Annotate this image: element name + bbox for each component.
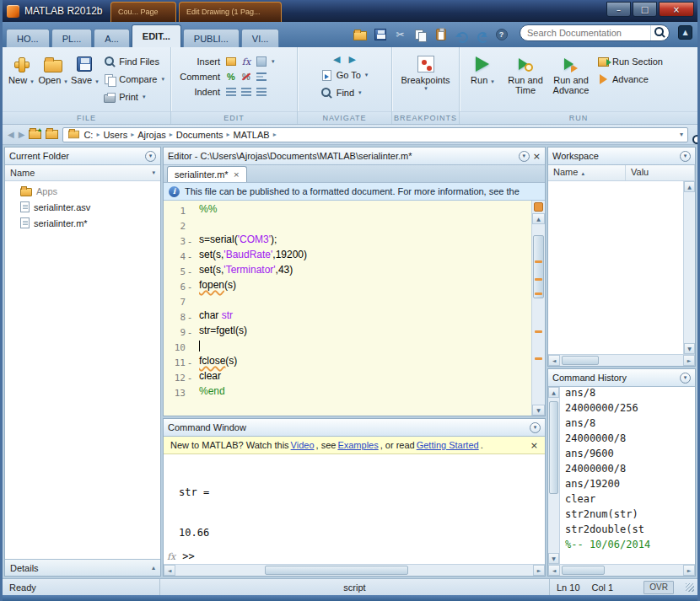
history-item[interactable]: ans/9600 [565,448,695,463]
warning-mark[interactable] [535,292,542,295]
back-navigate-icon[interactable]: ◀ [333,54,340,65]
column-options-icon[interactable]: ▾ [152,169,155,176]
examples-link[interactable]: Examples [337,440,378,450]
wrap-comments-button[interactable] [256,71,267,83]
history-vertical-scrollbar[interactable]: ▲ ▼ [548,387,560,564]
editor-tab[interactable]: serialinter.m* × [167,166,247,182]
cw-scroll-thumb[interactable] [265,566,408,575]
undo-button[interactable] [453,27,469,43]
history-item[interactable]: str2num(str) [565,508,695,523]
scroll-right-icon[interactable]: ► [533,565,545,576]
ribbon-tab-home[interactable]: HO... [6,29,50,47]
history-item[interactable]: str2double(st [565,523,695,539]
open-button[interactable]: Open ▾ [38,51,68,111]
panel-menu-icon[interactable]: ▾ [145,151,156,162]
new-button[interactable]: New ▾ [6,51,36,111]
ribbon-tab-plots[interactable]: PL... [51,29,93,47]
uncomment-button[interactable]: % [240,71,252,83]
advance-button[interactable]: Advance [595,72,665,87]
run-button[interactable]: Run ▾ [463,51,502,111]
breadcrumb-segment[interactable]: Users [103,130,127,140]
background-window-tab[interactable]: Edit Drawing (1 Pag... [179,2,282,22]
history-horizontal-scrollbar[interactable]: ◄ ► [548,564,695,576]
scroll-left-icon[interactable]: ◄ [548,565,560,576]
forward-navigate-icon[interactable]: ▶ [348,54,355,65]
run-section-button[interactable]: Run Section [595,54,665,69]
back-button[interactable]: ◀ [8,130,14,139]
cw-output[interactable]: str = 10.66 [164,454,545,549]
file-row[interactable]: serialinter.m* [5,215,160,231]
workspace-vertical-scrollbar[interactable]: ▲ ▼ [683,181,695,354]
editor-scrollbar[interactable]: ▲ ▼ [531,201,545,416]
workspace-scroll-thumb[interactable] [562,356,599,365]
cut-button[interactable]: ✂ [392,27,408,43]
insert-block-button[interactable] [256,56,267,67]
run-and-time-button[interactable]: Run and Time [503,51,547,111]
scroll-left-icon[interactable]: ◄ [548,355,560,366]
scroll-down-icon[interactable]: ▼ [684,343,695,354]
warning-mark[interactable] [535,260,542,263]
breadcrumb-dropdown-icon[interactable]: ▾ [680,131,683,138]
history-item[interactable]: ans/8 [565,417,695,432]
paste-button[interactable] [433,27,449,43]
forward-button[interactable]: ▶ [19,130,25,139]
indent-right-button[interactable] [256,86,267,98]
smart-indent-button[interactable] [225,86,237,98]
panel-menu-icon[interactable]: ▾ [680,373,691,384]
up-one-level-icon[interactable] [29,130,41,139]
minimize-toolstrip-button[interactable]: ▲ [678,25,692,40]
save-button[interactable]: Save ▾ [70,51,100,111]
history-scroll-thumb[interactable] [549,401,558,494]
ribbon-tab-editor[interactable]: EDIT... [132,24,181,47]
run-and-advance-button[interactable]: Run and Advance [549,51,593,111]
scroll-right-icon[interactable]: ► [683,355,695,366]
maximize-button[interactable]: □ [633,2,657,17]
ribbon-tab-apps[interactable]: A... [94,29,130,47]
open-quick-button[interactable] [352,27,368,43]
scroll-down-icon[interactable]: ▼ [532,405,545,416]
save-quick-button[interactable] [372,27,388,43]
background-window-tab[interactable]: Cou... Page [110,2,176,22]
command-prompt[interactable]: >> [182,550,194,562]
scroll-left-icon[interactable]: ◄ [164,565,175,576]
scroll-down-icon[interactable]: ▼ [548,553,559,564]
breakpoints-button[interactable]: Breakpoints ▾ [396,51,455,111]
file-row[interactable]: serialinter.asv [5,199,160,215]
resize-grip[interactable] [686,583,694,592]
breadcrumb-segment[interactable]: C: [83,130,93,140]
find-button[interactable]: Find ▾ [319,85,371,100]
history-item[interactable]: clear [565,493,695,508]
collapse-details-icon[interactable]: ▴ [152,564,155,571]
insert-section-button[interactable] [225,56,237,67]
search-input[interactable] [520,28,650,38]
history-list[interactable]: ans/824000000/256ans/824000000/8ans/9600… [560,387,695,564]
publish-info-bar[interactable]: i This file can be published to a format… [164,183,545,201]
code-lines[interactable]: %% s=serial('COM3');set(s,'BaudRate',192… [194,201,531,416]
file-row[interactable]: Apps [5,183,160,199]
panel-menu-icon[interactable]: ▾ [680,151,691,162]
banner-close-icon[interactable]: × [530,440,538,451]
history-item[interactable]: 24000000/8 [565,432,695,448]
compare-button[interactable]: Compare ▾ [101,72,167,87]
command-prompt-row[interactable]: fx >> [164,549,545,564]
scroll-right-icon[interactable]: ► [683,565,695,576]
panel-menu-icon[interactable]: ▾ [519,151,530,162]
browse-folder-icon[interactable] [46,130,58,139]
scroll-up-icon[interactable]: ▲ [548,387,559,398]
scroll-up-icon[interactable]: ▲ [532,213,545,224]
scroll-up-icon[interactable]: ▲ [684,181,695,192]
mlint-warning-indicator[interactable] [534,202,543,212]
redo-button[interactable] [473,27,489,43]
video-link[interactable]: Video [291,440,315,450]
copy-button[interactable] [412,27,428,43]
editor-scroll-thumb[interactable] [533,235,544,298]
workspace-value-column[interactable]: Valu [626,165,695,180]
minimize-button[interactable]: – [606,2,631,17]
find-files-button[interactable]: Find Files [101,54,167,69]
getting-started-link[interactable]: Getting Started [417,440,479,450]
warning-mark[interactable] [535,278,542,281]
name-column-header[interactable]: Name ▾ [5,165,160,181]
close-button[interactable]: × [659,2,694,17]
goto-button[interactable]: Go To ▾ [319,67,371,83]
folder-list[interactable]: Appsserialinter.asvserialinter.m* [5,181,160,559]
